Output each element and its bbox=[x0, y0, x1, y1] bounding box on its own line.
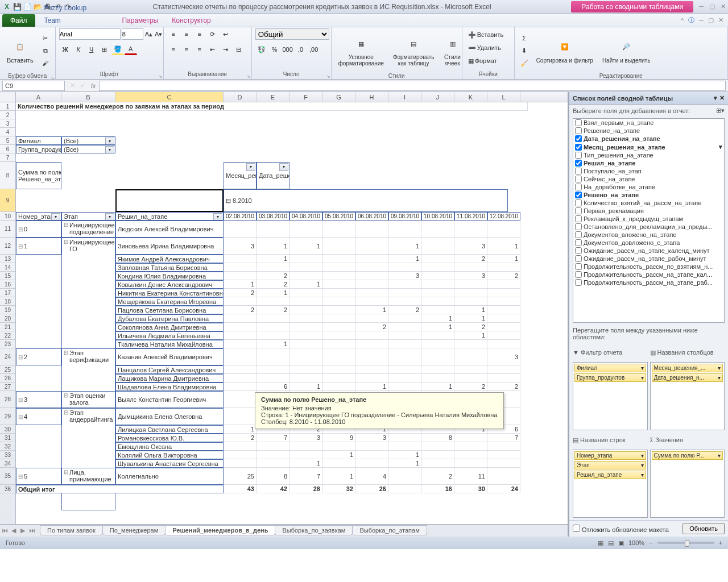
value-cell[interactable]: 11 bbox=[454, 468, 487, 485]
value-cell[interactable] bbox=[224, 263, 257, 272]
value-cell[interactable]: 3 bbox=[454, 238, 487, 255]
value-cell[interactable] bbox=[355, 238, 388, 255]
formula-input[interactable] bbox=[99, 81, 726, 91]
stage-name[interactable]: Этап андеррайтинга bbox=[61, 408, 115, 510]
value-cell[interactable]: 2 bbox=[454, 323, 487, 331]
person-name[interactable]: Емощлина Оксана bbox=[115, 442, 224, 451]
wrap-icon[interactable]: ↩ bbox=[220, 28, 232, 40]
find-select-button[interactable]: 🔎Найти и выделить bbox=[599, 28, 653, 73]
value-cell[interactable] bbox=[388, 340, 421, 348]
value-cell[interactable] bbox=[487, 263, 520, 272]
row-head-11[interactable]: 11 bbox=[0, 221, 15, 238]
value-cell[interactable] bbox=[355, 263, 388, 272]
pivot-field[interactable]: Ожидание_рассм_на_этапе_рабоч_минут bbox=[573, 255, 724, 263]
value-cell[interactable] bbox=[322, 459, 355, 468]
pivot-layout-icon[interactable]: ⊞▾ bbox=[716, 107, 725, 114]
row-head-9[interactable]: 9 bbox=[0, 189, 15, 212]
pivot-area-item[interactable]: Сумма по полю Р...▾ bbox=[652, 451, 723, 460]
value-cell[interactable] bbox=[355, 255, 388, 263]
col-head-I[interactable]: I bbox=[388, 92, 421, 102]
value-cell[interactable] bbox=[257, 442, 289, 451]
update-button[interactable]: Обновить bbox=[682, 523, 725, 534]
row-head-1[interactable]: 1 bbox=[0, 102, 15, 111]
pivot-field[interactable]: Решил_на_этапе bbox=[573, 159, 724, 167]
pivot-field[interactable]: Решено_на_этапе bbox=[573, 191, 724, 199]
total-cell[interactable]: 43 bbox=[224, 485, 257, 493]
value-cell[interactable] bbox=[289, 289, 322, 297]
pivot-field[interactable]: Поступало_на_этап bbox=[573, 167, 724, 175]
pivot-field[interactable]: Ожидание_рассм_на_этапе_календ_минут bbox=[573, 247, 724, 255]
value-cell[interactable] bbox=[257, 314, 289, 323]
value-cell[interactable] bbox=[224, 374, 257, 383]
shrink-font-icon[interactable]: A▾ bbox=[154, 28, 163, 40]
date-head-5[interactable]: 09.08.2010 bbox=[388, 212, 421, 221]
win-min-icon[interactable]: ─ bbox=[699, 17, 704, 24]
pivot-field[interactable]: Рекламаций_к_предыдущ_этапам bbox=[573, 215, 724, 223]
value-cell[interactable]: 1 bbox=[454, 314, 487, 323]
value-cell[interactable]: 2 bbox=[257, 280, 289, 289]
save-icon[interactable]: 💾 bbox=[13, 2, 22, 11]
indent-icon[interactable]: ⇥ bbox=[220, 44, 232, 55]
value-cell[interactable] bbox=[355, 314, 388, 323]
value-cell[interactable] bbox=[322, 263, 355, 272]
person-name[interactable]: Кондина Юлия Владимировна bbox=[115, 272, 224, 280]
value-cell[interactable] bbox=[421, 221, 454, 238]
person-name[interactable]: Лащикова Марина Дмитриевна bbox=[115, 374, 224, 383]
paste-button[interactable]: 📋 Вставить bbox=[3, 28, 37, 73]
total-cell[interactable]: 32 bbox=[322, 485, 355, 493]
copy-icon[interactable]: ⧉ bbox=[39, 45, 52, 56]
stage-name[interactable]: Лица, принимающие решения bbox=[61, 468, 115, 485]
value-cell[interactable]: 1 bbox=[355, 306, 388, 314]
pivot-area-item[interactable]: Номер_этапа▾ bbox=[574, 451, 646, 460]
value-cell[interactable]: 2 bbox=[224, 306, 257, 314]
value-cell[interactable] bbox=[421, 255, 454, 263]
value-cell[interactable] bbox=[421, 374, 454, 383]
value-cell[interactable]: 2 bbox=[388, 306, 421, 314]
value-cell[interactable] bbox=[388, 263, 421, 272]
value-cell[interactable] bbox=[388, 434, 421, 442]
row-head-24[interactable]: 24 bbox=[0, 348, 15, 365]
row-head-35[interactable]: 35 bbox=[0, 468, 15, 485]
align-right-icon[interactable]: ≡ bbox=[193, 44, 206, 55]
value-cell[interactable] bbox=[388, 468, 421, 485]
value-cell[interactable] bbox=[421, 263, 454, 272]
pivot-field[interactable]: Количество_взятий_на_рассм_на_этапе bbox=[573, 199, 724, 207]
value-cell[interactable] bbox=[257, 331, 289, 340]
person-name[interactable]: Дубалова Екатерина Павловна bbox=[115, 314, 224, 323]
row-head-6[interactable]: 6 bbox=[0, 145, 15, 153]
value-cell[interactable] bbox=[257, 297, 289, 306]
align-center-icon[interactable]: ≡ bbox=[180, 44, 193, 55]
pivot-field[interactable]: Сейчас_на_этапе bbox=[573, 175, 724, 183]
value-cell[interactable]: 2 bbox=[257, 306, 289, 314]
person-name[interactable]: Дымщикина Елена Олеговна bbox=[115, 408, 224, 425]
tab-nav-last-icon[interactable]: ⏭ bbox=[27, 527, 36, 534]
value-cell[interactable]: 1 bbox=[388, 451, 421, 459]
value-cell[interactable] bbox=[487, 314, 520, 323]
person-name[interactable]: Пацлова Светлана Борисовна bbox=[115, 306, 224, 314]
value-cell[interactable] bbox=[454, 340, 487, 348]
pivot-field[interactable]: На_доработке_на_этапе bbox=[573, 183, 724, 191]
value-cell[interactable] bbox=[322, 255, 355, 263]
bold-button[interactable]: Ж bbox=[59, 44, 72, 55]
pivot-close-icon[interactable]: ✕ bbox=[719, 94, 725, 102]
row-head-19[interactable]: 19 bbox=[0, 306, 15, 314]
tab-Team[interactable]: Team bbox=[38, 14, 113, 27]
value-cell[interactable] bbox=[487, 459, 520, 468]
pivot-field[interactable]: Продолжительность_рассм_по_взятиям_н... bbox=[573, 263, 724, 271]
value-cell[interactable] bbox=[487, 331, 520, 340]
value-cell[interactable] bbox=[322, 365, 355, 374]
pivot-field[interactable]: Тип_решения_на_этапе bbox=[573, 151, 724, 159]
value-cell[interactable] bbox=[487, 289, 520, 297]
grow-font-icon[interactable]: A▴ bbox=[144, 28, 153, 40]
value-cell[interactable] bbox=[257, 263, 289, 272]
tab-Fuzzy Lookup[interactable]: Fuzzy Lookup bbox=[38, 2, 113, 14]
value-cell[interactable] bbox=[322, 383, 355, 391]
value-cell[interactable]: 3 bbox=[388, 272, 421, 280]
pivot-field[interactable]: Документов_вложено_на_этапе bbox=[573, 231, 724, 239]
value-cell[interactable]: 7 bbox=[487, 434, 520, 442]
number-format-select[interactable]: Общий bbox=[255, 28, 329, 40]
value-cell[interactable] bbox=[322, 348, 355, 365]
new-icon[interactable]: 📄 bbox=[23, 2, 32, 11]
value-cell[interactable] bbox=[454, 348, 487, 365]
col-head-F[interactable]: F bbox=[289, 92, 322, 102]
